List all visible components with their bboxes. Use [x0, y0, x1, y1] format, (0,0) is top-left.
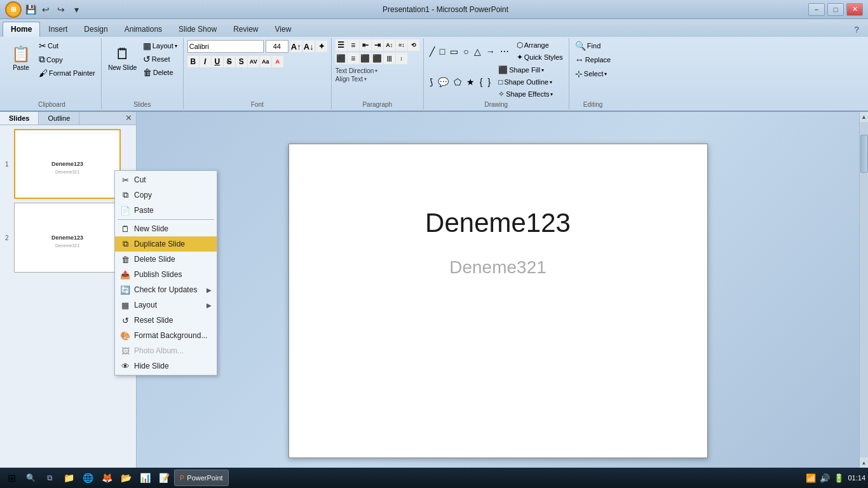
ctx-publish-slides[interactable]: 📤 Publish Slides: [115, 267, 217, 282]
case-btn[interactable]: Aa: [260, 56, 271, 67]
tab-animations[interactable]: Animations: [116, 22, 170, 37]
justify-btn[interactable]: ⬛: [372, 53, 383, 64]
qat-more-btn[interactable]: ▾: [70, 3, 83, 16]
bold-btn[interactable]: B: [187, 56, 199, 67]
align-text-btn[interactable]: ≡↕: [396, 39, 407, 51]
office-orb[interactable]: ⊞: [5, 1, 22, 18]
layout-button[interactable]: ▦ Layout ▾: [141, 39, 179, 52]
line-spacing-btn[interactable]: ↕: [396, 53, 407, 64]
pan-up-btn[interactable]: ▲: [860, 458, 869, 468]
paragraph-label[interactable]: Paragraph: [336, 100, 419, 108]
scroll-track[interactable]: [860, 122, 869, 458]
star-shape[interactable]: ★: [465, 76, 477, 88]
slides-label[interactable]: Slides: [105, 100, 179, 108]
task-view-btn[interactable]: ⧉: [41, 469, 58, 487]
align-right-btn[interactable]: ⬛: [360, 53, 371, 64]
file-explorer-btn[interactable]: 📁: [60, 469, 78, 487]
brace-shape[interactable]: }: [485, 76, 492, 88]
right-arrow-shape[interactable]: →: [484, 45, 497, 58]
ctx-delete-slide[interactable]: 🗑 Delete Slide: [115, 252, 217, 267]
bracket-shape[interactable]: {: [478, 76, 485, 88]
bullets-btn[interactable]: ☰: [336, 39, 347, 51]
copy-button[interactable]: ⧉ Copy: [37, 53, 97, 66]
triangle-shape[interactable]: △: [472, 45, 483, 58]
redo-qat-btn[interactable]: ↪: [55, 3, 67, 16]
more-shapes[interactable]: ⋯: [498, 45, 511, 58]
cols-btn[interactable]: |||: [384, 53, 395, 64]
scroll-up-btn[interactable]: ▲: [860, 112, 869, 122]
slide-thumb-img-2[interactable]: Deneme123 Deneme321: [14, 203, 121, 273]
paste-button[interactable]: 📋 Paste: [6, 39, 36, 76]
replace-button[interactable]: ↔ Replace: [573, 53, 613, 66]
firefox-btn[interactable]: 🦊: [98, 469, 116, 487]
ctx-layout[interactable]: ▦ Layout ▶: [115, 297, 217, 313]
font-name-input[interactable]: [187, 40, 264, 53]
ctx-cut[interactable]: ✂ Cut: [115, 172, 217, 187]
undo-qat-btn[interactable]: ↩: [39, 3, 52, 16]
slide-sub-title[interactable]: Deneme321: [449, 257, 546, 278]
shape-fill-btn[interactable]: ⬛ Shape Fill ▾: [496, 64, 555, 76]
tab-review[interactable]: Review: [225, 22, 266, 37]
start-btn[interactable]: ⊞: [3, 469, 20, 487]
arrange-btn[interactable]: ⬡ Arrange: [515, 39, 565, 51]
delete-button[interactable]: 🗑 Delete: [141, 66, 179, 79]
ppt-taskbar-app[interactable]: P PowerPoint: [174, 470, 229, 486]
extra-btn3[interactable]: 📝: [155, 469, 173, 487]
italic-btn[interactable]: I: [200, 56, 211, 67]
numbering-btn[interactable]: ≡: [348, 39, 359, 51]
ctx-duplicate-slide[interactable]: ⧉ Duplicate Slide: [115, 236, 217, 252]
ctx-hide-slide[interactable]: 👁 Hide Slide: [115, 358, 217, 374]
align-center-btn[interactable]: ≡: [348, 53, 359, 64]
decrease-indent-btn[interactable]: ⇤: [360, 39, 371, 51]
panel-tab-slides[interactable]: Slides: [0, 112, 39, 125]
callout-shape[interactable]: 💬: [436, 76, 451, 88]
ctx-format-bg[interactable]: 🎨 Format Background...: [115, 328, 217, 343]
tab-insert[interactable]: Insert: [40, 22, 76, 37]
ctx-reset-slide[interactable]: ↺ Reset Slide: [115, 313, 217, 328]
pentagon-shape[interactable]: ⬠: [452, 76, 463, 88]
tab-home[interactable]: Home: [3, 22, 40, 37]
ctx-check-updates[interactable]: 🔄 Check for Updates ▶: [115, 282, 217, 297]
maximize-btn[interactable]: □: [827, 3, 844, 16]
select-button[interactable]: ⊹ Select ▾: [573, 67, 609, 80]
slide-thumb-2[interactable]: 2 Deneme123 Deneme321: [14, 203, 131, 273]
char-spacing-btn[interactable]: AV: [248, 56, 259, 67]
scroll-thumb[interactable]: [860, 135, 868, 173]
save-qat-btn[interactable]: 💾: [24, 3, 37, 16]
ctx-new-slide[interactable]: 🗒 New Slide: [115, 221, 217, 236]
search-btn[interactable]: 🔍: [22, 469, 39, 487]
editing-label[interactable]: Editing: [573, 100, 613, 108]
increase-indent-btn[interactable]: ⇥: [372, 39, 383, 51]
format-painter-button[interactable]: 🖌 Format Painter: [37, 67, 97, 79]
edge-btn[interactable]: 🌐: [79, 469, 97, 487]
ctx-copy[interactable]: ⧉ Copy: [115, 187, 217, 203]
new-slide-button[interactable]: 🗒 New Slide: [105, 39, 140, 76]
line-shape[interactable]: ╱: [428, 45, 437, 58]
extra-btn2[interactable]: 📊: [136, 469, 154, 487]
freeform-shape[interactable]: ⟆: [428, 76, 435, 88]
oval-shape[interactable]: ○: [461, 45, 470, 58]
font-label[interactable]: Font: [187, 100, 327, 108]
smartart-btn[interactable]: ⟲: [408, 39, 419, 51]
shape-effects-btn[interactable]: ✧ Shape Effects ▾: [496, 88, 555, 100]
slide-thumb-1[interactable]: 1 Deneme123 Deneme321: [14, 129, 131, 199]
find-button[interactable]: 🔍 Find: [573, 39, 602, 52]
reset-button[interactable]: ↺ Reset: [141, 53, 179, 65]
cut-button[interactable]: ✂ Cut: [37, 39, 97, 52]
clear-format-btn[interactable]: ✦: [316, 41, 327, 52]
rect-shape[interactable]: □: [438, 45, 447, 58]
close-btn[interactable]: ✕: [846, 3, 863, 16]
tab-view[interactable]: View: [267, 22, 300, 37]
font-color-btn[interactable]: A: [272, 56, 283, 67]
clipboard-label[interactable]: Clipboard: [6, 100, 97, 108]
panel-close-btn[interactable]: ✕: [121, 112, 136, 125]
drawing-label[interactable]: Drawing: [428, 100, 565, 108]
font-size-increase-btn[interactable]: A↑: [290, 41, 302, 52]
quick-styles-btn[interactable]: ✦ Quick Styles: [515, 51, 565, 63]
strikethrough-btn[interactable]: S: [224, 56, 235, 67]
extra-btn1[interactable]: 📂: [117, 469, 135, 487]
tab-design[interactable]: Design: [76, 22, 116, 37]
font-size-decrease-btn[interactable]: A↓: [303, 41, 315, 52]
ctx-paste[interactable]: 📄 Paste: [115, 203, 217, 218]
slide-main-title[interactable]: Deneme123: [425, 208, 571, 238]
